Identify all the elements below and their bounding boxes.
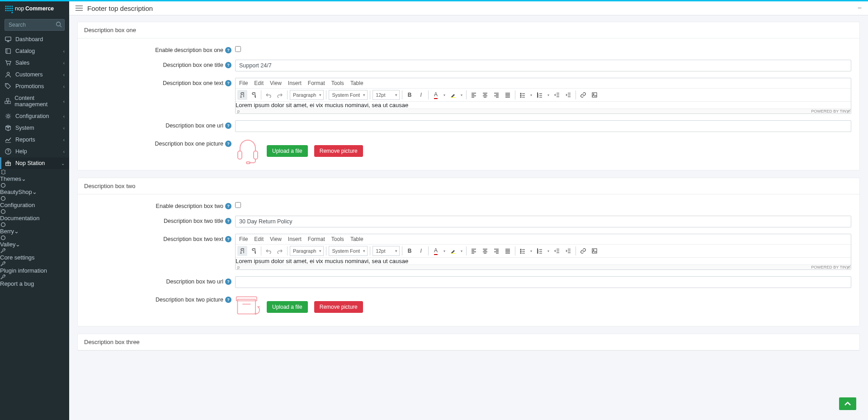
sidebar-subitem-themes[interactable]: Themes⌄ [0,169,69,182]
upload-button-two[interactable]: Upload a file [267,301,308,313]
editor-menu-view[interactable]: View [270,236,282,242]
redo-icon[interactable] [275,90,285,100]
upload-button-one[interactable]: Upload a file [267,145,308,157]
link-icon[interactable] [578,246,588,256]
highlight-icon[interactable] [448,90,458,100]
sidebar-subitem-valley[interactable]: Valley⌄ [0,235,69,248]
input-title-two[interactable] [235,216,851,227]
textcolor-icon[interactable]: A [431,246,441,256]
editor-menu-format[interactable]: Format [308,80,325,86]
font-select[interactable]: System Font [329,246,368,256]
editor-menu-tools[interactable]: Tools [331,80,344,86]
help-icon[interactable]: ? [225,236,231,242]
outdent-icon[interactable] [552,246,562,256]
sidebar-subitem-core-settings[interactable]: Core settings [0,248,69,261]
help-icon[interactable]: ? [225,203,231,209]
fontsize-select[interactable]: 12pt [373,246,400,256]
editor-menu-tools[interactable]: Tools [331,236,344,242]
editor-menu-insert[interactable]: Insert [288,236,302,242]
input-url-two[interactable] [235,276,851,288]
ltr-icon[interactable] [237,90,247,100]
resize-handle[interactable] [847,265,850,269]
dropdown-icon[interactable]: ▾ [546,249,551,253]
dropdown-icon[interactable]: ▾ [529,93,533,97]
align-center-icon[interactable] [480,90,490,100]
number-list-icon[interactable]: 123 [535,90,545,100]
bold-icon[interactable]: B [405,90,415,100]
collapse-all-icon[interactable]: − [858,4,862,12]
align-justify-icon[interactable] [503,90,513,100]
editor-menu-edit[interactable]: Edit [254,236,264,242]
sidebar-subitem-berry[interactable]: Berry⌄ [0,222,69,235]
help-icon[interactable]: ? [225,218,231,224]
paragraph-select[interactable]: Paragraph [290,246,324,256]
help-icon[interactable]: ? [225,62,231,68]
dropdown-icon[interactable]: ▾ [442,249,447,253]
sidebar-item-catalog[interactable]: Catalog‹ [0,45,69,57]
font-select[interactable]: System Font [329,90,368,100]
search-icon[interactable] [56,21,62,28]
align-right-icon[interactable] [491,246,501,256]
help-icon[interactable]: ? [225,80,231,86]
highlight-icon[interactable] [448,246,458,256]
italic-icon[interactable]: I [416,246,426,256]
sidebar-item-dashboard[interactable]: Dashboard [0,33,69,45]
bullet-list-icon[interactable] [518,90,528,100]
image-icon[interactable] [590,246,599,256]
image-icon[interactable] [590,90,599,100]
hamburger-icon[interactable] [75,5,83,11]
dropdown-icon[interactable]: ▾ [529,249,533,253]
sidebar-subitem-beautyshop[interactable]: BeautyShop⌄ [0,182,69,195]
paragraph-select[interactable]: Paragraph [290,90,324,100]
checkbox-enable-two[interactable] [235,202,241,208]
rtl-icon[interactable] [249,246,259,256]
sidebar-subitem-report-a-bug[interactable]: Report a bug [0,274,69,287]
remove-button-two[interactable]: Remove picture [314,301,363,313]
sidebar-subitem-documentation[interactable]: Documentation [0,208,69,222]
align-right-icon[interactable] [491,90,501,100]
help-icon[interactable]: ? [225,297,231,303]
editor-menu-edit[interactable]: Edit [254,80,264,86]
help-icon[interactable]: ? [225,278,231,285]
sidebar-item-reports[interactable]: Reports‹ [0,134,69,146]
sidebar-item-content-management[interactable]: Content management‹ [0,92,69,110]
undo-icon[interactable] [264,90,274,100]
dropdown-icon[interactable]: ▾ [459,249,464,253]
bold-icon[interactable]: B [405,246,415,256]
redo-icon[interactable] [275,246,285,256]
editor-menu-file[interactable]: File [239,80,248,86]
sidebar-subitem-configuration[interactable]: Configuration [0,195,69,208]
remove-button-one[interactable]: Remove picture [314,145,363,157]
align-center-icon[interactable] [480,246,490,256]
scroll-top-button[interactable] [839,397,856,410]
editor-menu-table[interactable]: Table [350,236,363,242]
undo-icon[interactable] [264,246,274,256]
sidebar-item-customers[interactable]: Customers‹ [0,69,69,80]
align-left-icon[interactable] [469,246,479,256]
editor-body[interactable]: Lorem ipsum dolor sit amet, ei vix muciu… [236,258,851,264]
resize-handle[interactable] [847,109,850,113]
fontsize-select[interactable]: 12pt [373,90,400,100]
indent-icon[interactable] [563,90,573,100]
editor-menu-insert[interactable]: Insert [288,80,302,86]
outdent-icon[interactable] [552,90,562,100]
align-left-icon[interactable] [469,90,479,100]
editor-menu-table[interactable]: Table [350,80,363,86]
bullet-list-icon[interactable] [518,246,528,256]
number-list-icon[interactable]: 123 [535,246,545,256]
editor-menu-view[interactable]: View [270,80,282,86]
italic-icon[interactable]: I [416,90,426,100]
sidebar-item-system[interactable]: System‹ [0,122,69,134]
editor-menu-format[interactable]: Format [308,236,325,242]
link-icon[interactable] [578,90,588,100]
textcolor-icon[interactable]: A [431,90,441,100]
editor-body[interactable]: Lorem ipsum dolor sit amet, ei vix muciu… [236,102,851,109]
sidebar-subitem-plugin-information[interactable]: Plugin information [0,261,69,274]
help-icon[interactable]: ? [225,123,231,129]
sidebar-item-promotions[interactable]: Promotions‹ [0,80,69,92]
help-icon[interactable]: ? [225,47,231,53]
dropdown-icon[interactable]: ▾ [546,93,551,97]
sidebar-item-sales[interactable]: Sales‹ [0,57,69,69]
sidebar-item-nop-station[interactable]: Nop Station⌄ [0,157,69,169]
align-justify-icon[interactable] [503,246,513,256]
